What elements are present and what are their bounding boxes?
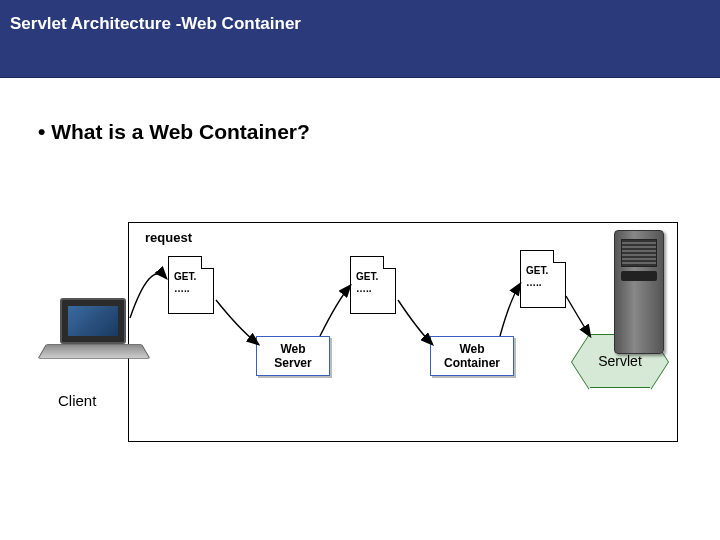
web-server-box: Web Server: [256, 336, 330, 376]
slide-title: Servlet Architecture -Web Container: [10, 14, 301, 33]
http-request-page-2: GET. …..: [350, 256, 396, 314]
client-laptop-icon: [46, 298, 142, 376]
section-heading: What is a Web Container?: [30, 120, 690, 144]
page1-line2: …..: [174, 283, 190, 294]
client-label: Client: [58, 392, 96, 409]
diagram-frame: [128, 222, 678, 442]
http-request-page-1: GET. …..: [168, 256, 214, 314]
page2-line2: …..: [356, 283, 372, 294]
server-rack-icon: [614, 230, 664, 354]
content-area: What is a Web Container?: [0, 78, 720, 144]
page2-line1: GET.: [356, 271, 378, 282]
page1-line1: GET.: [174, 271, 196, 282]
web-container-box: Web Container: [430, 336, 514, 376]
request-label: request: [145, 230, 192, 245]
http-request-page-3: GET. …..: [520, 250, 566, 308]
page3-line1: GET.: [526, 265, 548, 276]
servlet-label: Servlet: [598, 353, 642, 369]
slide-header: Servlet Architecture -Web Container: [0, 0, 720, 78]
page3-line2: …..: [526, 277, 542, 288]
